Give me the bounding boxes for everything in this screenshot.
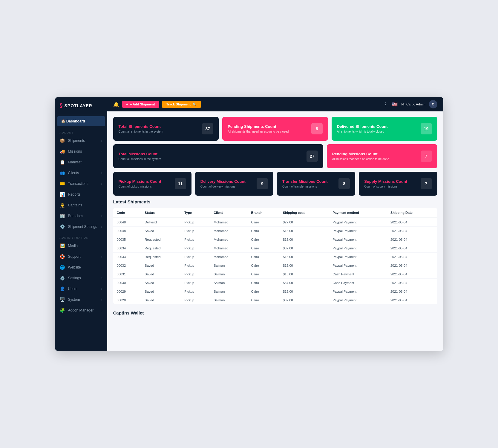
plus-icon: +	[126, 102, 128, 106]
cell-date: 2021-05-04	[387, 244, 437, 253]
pending-shipments-card: Pending Shipments Count All shipments th…	[222, 117, 328, 141]
cell-client[interactable]: Salman	[210, 296, 247, 305]
cell-client[interactable]: Salman	[210, 261, 247, 270]
cell-code[interactable]: 00029	[113, 287, 141, 296]
clients-icon: 👥	[60, 171, 65, 175]
delivered-shipments-title: Delivered Shipments Count	[337, 124, 388, 129]
cell-branch[interactable]: Cairo	[248, 279, 279, 287]
total-missions-title: Total Missions Count	[119, 152, 161, 156]
chevron-right-icon: ›	[101, 287, 102, 291]
cell-type: Pickup	[181, 270, 210, 279]
cell-client[interactable]: Mohamed	[210, 253, 247, 261]
cell-branch[interactable]: Cairo	[248, 296, 279, 305]
pickup-missions-title: Pickup Missions Count	[119, 179, 161, 184]
website-icon: 🌐	[60, 265, 65, 270]
cell-cost: $15.00	[279, 261, 329, 270]
sidebar-item-clients[interactable]: 👥 Clients ›	[55, 168, 107, 178]
cell-code[interactable]: 00035	[113, 235, 141, 244]
cell-client[interactable]: Salman	[210, 287, 247, 296]
cell-status: Deliverd	[141, 218, 181, 227]
chevron-right-icon: ›	[101, 266, 102, 269]
track-shipment-button[interactable]: Track Shipment 🔍	[162, 101, 201, 108]
cell-branch[interactable]: Cairo	[248, 261, 279, 270]
cell-client[interactable]: Salman	[210, 279, 247, 287]
cell-status: Saved	[141, 227, 181, 235]
sidebar-item-system[interactable]: 🖥️ System ›	[55, 294, 107, 305]
cell-branch[interactable]: Cairo	[248, 235, 279, 244]
sidebar-item-dashboard[interactable]: 🏠 Dashboard	[57, 116, 105, 126]
total-shipments-badge: 37	[202, 123, 213, 134]
cell-branch[interactable]: Cairo	[248, 244, 279, 253]
cell-branch[interactable]: Cairo	[248, 270, 279, 279]
cell-payment: Paypal Payment	[329, 261, 387, 270]
col-cost: Shipping cost	[279, 208, 329, 218]
chevron-right-icon: ›	[101, 161, 102, 164]
cell-code[interactable]: 00030	[113, 279, 141, 287]
content-area: Total Shipments Count Count all shipment…	[107, 111, 443, 351]
cell-date: 2021-05-04	[387, 296, 437, 305]
delivery-missions-badge: 9	[257, 178, 268, 189]
sidebar-item-missions[interactable]: 🚚 Missions ›	[55, 146, 107, 157]
sidebar-item-branches[interactable]: 🏢 Branches ›	[55, 211, 107, 221]
pending-missions-card: Pending Missions Count All missions that…	[327, 144, 437, 168]
sidebar-item-users[interactable]: 👤 Users ›	[55, 283, 107, 294]
sidebar-item-label: Shipment Settings	[68, 225, 97, 229]
cell-status: Saved	[141, 287, 181, 296]
manifest-icon: 📋	[60, 160, 65, 165]
chevron-right-icon: ›	[101, 277, 102, 280]
cell-client[interactable]: Mohamed	[210, 244, 247, 253]
shipments-table: Code Status Type Client Branch Shipping …	[113, 208, 437, 304]
sidebar-item-website[interactable]: 🌐 Website ›	[55, 262, 107, 273]
cell-code[interactable]: 00031	[113, 270, 141, 279]
sidebar-item-label: Website	[68, 265, 81, 269]
cell-branch[interactable]: Cairo	[248, 253, 279, 261]
cell-code[interactable]: 00033	[113, 253, 141, 261]
shipment-settings-icon: ⚙️	[60, 224, 65, 229]
logo: § SPOTLAYER	[55, 97, 107, 114]
sidebar-item-addon-manager[interactable]: 🧩 Addon Manager ›	[55, 305, 107, 316]
cell-client[interactable]: Mohamed	[210, 235, 247, 244]
notification-icon[interactable]: 🔔	[113, 102, 119, 107]
cell-client[interactable]: Mohamed	[210, 227, 247, 235]
sidebar-item-settings[interactable]: ⚙️ Settings ›	[55, 273, 107, 283]
cell-branch[interactable]: Cairo	[248, 227, 279, 235]
sidebar-item-support[interactable]: 🛟 Support ›	[55, 251, 107, 262]
col-date: Shipping Date	[387, 208, 437, 218]
missions-icon: 🚚	[60, 149, 65, 154]
cell-status: Requested	[141, 244, 181, 253]
total-missions-card: Total Missions Count Count all missions …	[113, 144, 323, 168]
topbar-right: ⋮ 🇺🇸 Hi, Cargo Admin C	[383, 100, 437, 108]
cell-code[interactable]: 00032	[113, 261, 141, 270]
cell-date: 2021-05-04	[387, 253, 437, 261]
app-wrapper: § SPOTLAYER 🏠 Dashboard ADDONS 📦 Shipmen…	[55, 97, 443, 351]
cell-client[interactable]: Salman	[210, 270, 247, 279]
sidebar-item-reports[interactable]: 📊 Reports ›	[55, 189, 107, 200]
sidebar-item-shipment-settings[interactable]: ⚙️ Shipment Settings ›	[55, 221, 107, 232]
sidebar-item-media[interactable]: 🖼️ Media	[55, 240, 107, 251]
sidebar-item-label: Reports	[68, 192, 81, 197]
sidebar-item-transactions[interactable]: 💳 Transactions ›	[55, 178, 107, 189]
cell-payment: Cash Payment	[329, 270, 387, 279]
total-shipments-title: Total Shipments Count	[119, 124, 163, 129]
cell-code[interactable]: 00048	[113, 218, 141, 227]
sidebar-item-manifest[interactable]: 📋 Manifest ›	[55, 157, 107, 168]
cell-code[interactable]: 00048	[113, 227, 141, 235]
sidebar-item-captains[interactable]: 🧑‍✈️ Captains ›	[55, 200, 107, 211]
cell-client[interactable]: Mohamed	[210, 218, 247, 227]
col-branch: Branch	[248, 208, 279, 218]
table-row: 00034 Requested Pickup Mohamed Cairo $37…	[113, 244, 437, 253]
col-status: Status	[141, 208, 181, 218]
cell-payment: Paypal Payment	[329, 287, 387, 296]
cell-branch[interactable]: Cairo	[248, 218, 279, 227]
add-shipment-button[interactable]: + + Add Shipment	[122, 101, 159, 108]
chevron-right-icon: ›	[101, 182, 102, 185]
table-header-row: Code Status Type Client Branch Shipping …	[113, 208, 437, 218]
col-client: Client	[210, 208, 247, 218]
cell-date: 2021-05-04	[387, 270, 437, 279]
more-options-icon[interactable]: ⋮	[383, 102, 388, 107]
sidebar-item-shipments[interactable]: 📦 Shipments ›	[55, 135, 107, 146]
table-row: 00048 Deliverd Pickup Mohamed Cairo $27.…	[113, 218, 437, 227]
cell-branch[interactable]: Cairo	[248, 287, 279, 296]
cell-code[interactable]: 00028	[113, 296, 141, 305]
cell-code[interactable]: 00034	[113, 244, 141, 253]
